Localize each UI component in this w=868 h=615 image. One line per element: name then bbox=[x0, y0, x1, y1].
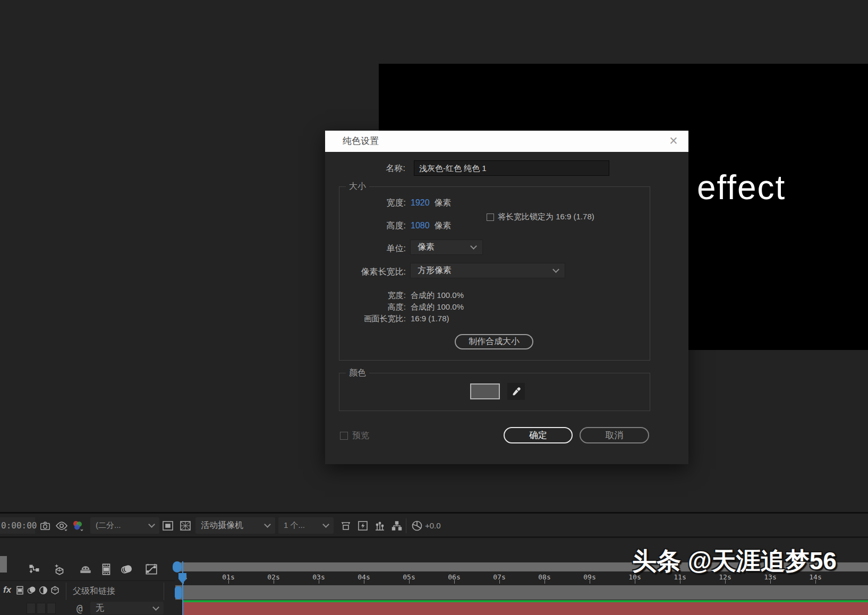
lock-aspect-label: 将长宽比锁定为 16:9 (1.78) bbox=[498, 212, 594, 222]
motion-blur-icon[interactable] bbox=[120, 562, 133, 576]
ruler-tick bbox=[770, 580, 771, 584]
comp-width-value: 合成的 100.0% bbox=[411, 291, 464, 301]
dialog-title: 纯色设置 bbox=[343, 131, 379, 152]
adjustment-icon bbox=[38, 585, 48, 595]
chevron-down-icon bbox=[264, 521, 271, 528]
solid-name-input[interactable]: 浅灰色-红色 纯色 1 bbox=[414, 160, 609, 176]
ruler-tick bbox=[364, 580, 364, 584]
pickwhip-icon[interactable]: @ bbox=[76, 602, 82, 614]
panel-divider bbox=[0, 512, 868, 514]
lock-aspect-checkbox[interactable] bbox=[487, 213, 494, 221]
row-divider bbox=[0, 580, 175, 581]
playhead-line[interactable] bbox=[182, 561, 183, 615]
views-dropdown[interactable]: 1 个... bbox=[278, 517, 334, 534]
ruler-tick bbox=[454, 580, 455, 584]
width-value[interactable]: 1920 bbox=[411, 198, 430, 208]
chevron-down-icon bbox=[470, 243, 477, 250]
frame-aspect-value: 16:9 (1.78) bbox=[411, 314, 449, 323]
ruler-tick bbox=[815, 580, 816, 584]
ruler-tick bbox=[725, 580, 726, 584]
ruler-tick bbox=[228, 580, 229, 584]
color-group-legend: 颜色 bbox=[346, 368, 369, 379]
transparency-grid-icon[interactable] bbox=[178, 519, 192, 533]
shutter-icon[interactable] bbox=[410, 519, 424, 533]
fast-preview-icon[interactable] bbox=[356, 519, 370, 533]
frame-aspect-label: 画面长宽比: bbox=[339, 314, 406, 324]
width-unit: 像素 bbox=[435, 198, 452, 209]
units-value: 像素 bbox=[418, 242, 435, 253]
chevron-down-icon bbox=[148, 521, 155, 528]
shy-icon[interactable] bbox=[79, 562, 92, 576]
close-icon[interactable]: × bbox=[665, 132, 682, 149]
ruler-tick bbox=[544, 580, 545, 584]
color-group: 颜色 bbox=[339, 373, 650, 411]
height-value[interactable]: 1080 bbox=[411, 221, 430, 230]
toolbar-divider bbox=[406, 518, 406, 533]
layer-switch-cell[interactable] bbox=[47, 603, 56, 614]
playhead-work-handle[interactable] bbox=[175, 586, 182, 599]
dialog-titlebar[interactable]: 纯色设置 × bbox=[325, 131, 688, 152]
ruler-tick bbox=[680, 580, 680, 584]
pixel-aspect-value: 方形像素 bbox=[418, 265, 452, 276]
column-divider[interactable] bbox=[164, 583, 164, 600]
ok-button[interactable]: 确定 bbox=[504, 427, 573, 443]
column-divider[interactable] bbox=[66, 583, 66, 600]
work-area-bar[interactable] bbox=[175, 585, 868, 600]
mini-flowchart-icon[interactable] bbox=[28, 562, 41, 576]
motion-blur-icon bbox=[27, 585, 37, 595]
ruler-tick bbox=[319, 580, 319, 584]
snapshot-camera-icon[interactable] bbox=[38, 519, 52, 533]
name-label: 名称: bbox=[358, 163, 405, 174]
panel-grabber[interactable] bbox=[0, 556, 7, 573]
comp-height-value: 合成的 100.0% bbox=[411, 302, 464, 312]
parent-none-dropdown[interactable]: 无 bbox=[90, 602, 164, 614]
draft-3d-icon[interactable] bbox=[53, 562, 66, 576]
height-unit: 像素 bbox=[435, 220, 452, 232]
graph-editor-icon[interactable] bbox=[144, 562, 158, 576]
exposure-value[interactable]: +0.0 bbox=[425, 521, 441, 530]
chevron-down-icon bbox=[552, 266, 559, 273]
pixel-aspect-dropdown[interactable]: 方形像素 bbox=[410, 263, 565, 278]
show-channel-icon[interactable] bbox=[55, 519, 69, 533]
timecode-display[interactable]: 0:00:00 bbox=[0, 517, 35, 534]
resolution-dropdown[interactable]: (二分... bbox=[90, 517, 159, 534]
units-label: 单位: bbox=[339, 243, 406, 254]
preview-label: 预览 bbox=[352, 430, 369, 441]
cancel-button[interactable]: 取消 bbox=[580, 427, 649, 443]
chevron-down-icon bbox=[152, 604, 159, 611]
active-camera-dropdown[interactable]: 活动摄像机 bbox=[195, 517, 275, 534]
target-region-icon[interactable] bbox=[339, 519, 353, 533]
resolution-dropdown-value: (二分... bbox=[96, 520, 121, 531]
playhead-marker[interactable] bbox=[178, 573, 186, 584]
scrollbar-blue-cap[interactable] bbox=[173, 561, 182, 573]
comp-width-label: 宽度: bbox=[339, 291, 406, 301]
region-of-interest-icon[interactable] bbox=[161, 519, 175, 533]
eyedropper-button[interactable] bbox=[507, 383, 525, 400]
solid-layer-bar[interactable] bbox=[183, 602, 868, 615]
layer-switch-cell[interactable] bbox=[27, 603, 36, 614]
panel-divider bbox=[0, 536, 868, 538]
eyedropper-icon bbox=[511, 386, 522, 397]
make-comp-size-button[interactable]: 制作合成大小 bbox=[455, 334, 533, 349]
watermark-text: 头条 @天涯追梦56 bbox=[632, 545, 837, 578]
width-label: 宽度: bbox=[339, 198, 406, 209]
frame-blend-icon[interactable] bbox=[99, 562, 113, 576]
ruler-tick bbox=[409, 580, 410, 584]
rgb-channels-icon[interactable] bbox=[71, 519, 84, 533]
solid-settings-dialog: 纯色设置 × 名称: 浅灰色-红色 纯色 1 大小 宽度: 1920 像素 高度… bbox=[325, 131, 688, 464]
units-dropdown[interactable]: 像素 bbox=[410, 240, 483, 255]
ruler-tick bbox=[499, 580, 500, 584]
flowchart-icon[interactable] bbox=[390, 519, 404, 533]
views-dropdown-value: 1 个... bbox=[284, 520, 305, 531]
comp-text-layer: effect bbox=[697, 168, 786, 207]
layer-switch-cell[interactable] bbox=[37, 603, 46, 614]
size-group: 大小 宽度: 1920 像素 高度: 1080 像素 将长宽比锁定为 16:9 … bbox=[339, 186, 650, 361]
height-label: 高度: bbox=[339, 220, 406, 232]
preview-checkbox[interactable] bbox=[340, 432, 348, 440]
color-swatch[interactable] bbox=[470, 383, 500, 399]
ruler-tick bbox=[274, 580, 274, 584]
active-camera-dropdown-value: 活动摄像机 bbox=[201, 520, 243, 531]
size-group-legend: 大小 bbox=[346, 181, 369, 192]
cube-3d-icon bbox=[50, 585, 60, 595]
graph-meter-icon[interactable] bbox=[373, 519, 387, 533]
